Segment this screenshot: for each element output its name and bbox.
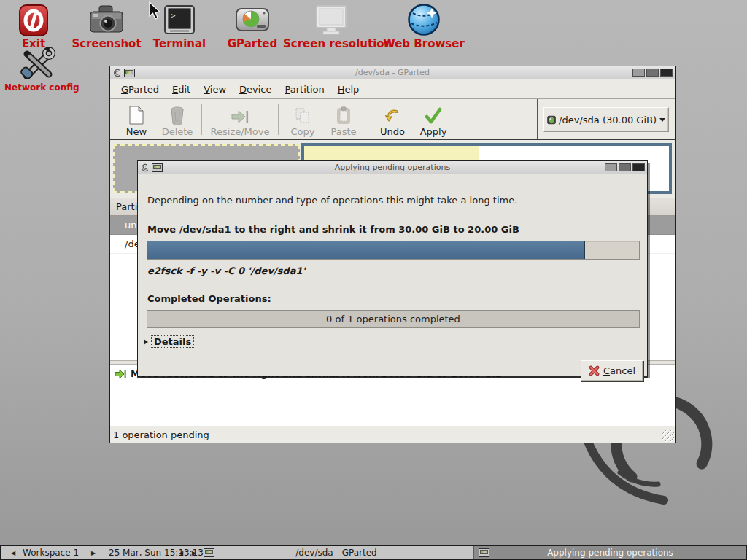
maximize-button[interactable] xyxy=(646,69,659,77)
dialog-body: Depending on the number and type of oper… xyxy=(138,174,647,376)
details-expander[interactable]: Details xyxy=(144,335,194,348)
copy-button: Copy xyxy=(282,102,323,137)
desktop-icon-network-config[interactable]: Network config xyxy=(4,45,69,93)
details-label: Details xyxy=(151,335,194,348)
drive-icon xyxy=(216,1,289,36)
new-button[interactable]: New xyxy=(116,102,157,137)
toolbar-separator xyxy=(278,104,279,135)
tools-icon xyxy=(4,45,69,82)
applying-operations-dialog: Applying pending operations Depending on… xyxy=(137,160,648,376)
current-operation-text: Move /dev/sda1 to the right and shrink i… xyxy=(147,224,519,235)
paste-icon xyxy=(336,106,351,125)
camera-icon xyxy=(70,1,143,36)
toolbar-divider xyxy=(537,99,538,139)
cancel-button[interactable]: Cancel xyxy=(581,360,643,381)
taskbar-item-applying-operations[interactable]: Applying pending operations xyxy=(473,546,746,559)
window-title: /dev/sda - GParted xyxy=(110,68,675,77)
window-prev-arrow[interactable]: ◀ xyxy=(179,546,183,559)
resize-move-icon xyxy=(231,106,249,125)
menubar: GParted Edit View Device Partition Help xyxy=(110,79,675,99)
command-text: e2fsck -f -y -v -C 0 '/dev/sda1' xyxy=(147,265,305,276)
desktop-icon-gparted[interactable]: GParted xyxy=(216,1,289,50)
workspace-label[interactable]: Workspace 1 xyxy=(23,546,79,559)
new-icon xyxy=(128,106,144,125)
minimize-button[interactable] xyxy=(632,69,645,77)
dialog-titlebar[interactable]: Applying pending operations xyxy=(138,161,647,174)
gparted-titlebar[interactable]: /dev/sda - GParted xyxy=(110,66,675,79)
clock: 25 Mar, Sun 15:13:13 xyxy=(109,546,204,559)
minimize-button[interactable] xyxy=(605,163,617,171)
completed-operations-label: Completed Operations: xyxy=(147,293,271,304)
menu-partition[interactable]: Partition xyxy=(279,81,331,98)
delete-icon xyxy=(170,106,185,125)
device-drive-icon xyxy=(547,114,556,126)
overall-progress-bar: 0 of 1 operations completed xyxy=(147,310,640,328)
taskbar-item-gparted[interactable]: /dev/sda - GParted xyxy=(199,546,473,559)
copy-icon xyxy=(294,106,311,125)
globe-icon xyxy=(381,1,467,36)
menu-gparted[interactable]: GParted xyxy=(115,81,166,98)
workspace-next-arrow[interactable]: ▶ xyxy=(91,546,96,559)
status-text: 1 operation pending xyxy=(113,429,209,440)
paste-button: Paste xyxy=(323,102,364,137)
close-button[interactable] xyxy=(660,69,673,77)
toolbar-separator xyxy=(368,104,368,135)
cancel-label: Cancel xyxy=(603,365,635,376)
apply-button[interactable]: Apply xyxy=(413,102,454,137)
delete-button: Delete xyxy=(157,102,198,137)
status-bar: 1 operation pending xyxy=(110,427,675,443)
window-next-arrow[interactable]: ▶ xyxy=(192,546,196,559)
menu-edit[interactable]: Edit xyxy=(166,81,197,98)
monitor-icon xyxy=(283,1,379,36)
device-selector[interactable]: /dev/sda (30.00 GiB) xyxy=(543,107,669,132)
close-button[interactable] xyxy=(632,163,645,171)
power-icon xyxy=(6,1,61,36)
dialog-title: Applying pending operations xyxy=(138,163,647,172)
operation-progress-fill xyxy=(147,241,585,259)
desktop-icon-screenshot[interactable]: Screenshot xyxy=(70,1,143,50)
resize-grip[interactable] xyxy=(662,430,674,442)
operation-progress-bar xyxy=(147,241,640,260)
desktop-icon-label: Web Browser xyxy=(381,37,467,50)
taskbar: ◀ Workspace 1 ▶ 25 Mar, Sun 15:13:13 ◀ ▶… xyxy=(0,545,747,560)
menu-help[interactable]: Help xyxy=(331,81,366,98)
cancel-x-icon xyxy=(589,365,600,376)
menu-device[interactable]: Device xyxy=(233,81,278,98)
maximize-button[interactable] xyxy=(619,163,631,171)
workspace-prev-arrow[interactable]: ◀ xyxy=(11,546,15,559)
dialog-description: Depending on the number and type of oper… xyxy=(147,195,517,206)
swirl-icon xyxy=(140,163,150,173)
device-selector-value: /dev/sda (30.00 GiB) xyxy=(559,114,657,125)
mouse-cursor xyxy=(149,1,162,20)
apply-icon xyxy=(424,106,443,125)
undo-button[interactable]: Undo xyxy=(372,102,413,137)
desktop-icon-label: Screen resolution xyxy=(283,37,379,50)
desktop: Exit Screenshot >_ Terminal xyxy=(0,0,747,560)
resize-move-button: Resize/Move xyxy=(206,102,274,137)
desktop-icon-web-browser[interactable]: Web Browser xyxy=(381,1,467,50)
desktop-icon-label: Terminal xyxy=(143,37,216,50)
window-icon xyxy=(124,69,135,77)
menu-view[interactable]: View xyxy=(197,81,233,98)
desktop-icon-label: Network config xyxy=(4,82,69,93)
desktop-icon-label: Screenshot xyxy=(70,37,143,50)
chevron-down-icon xyxy=(659,118,665,122)
desktop-icon-screen-resolution[interactable]: Screen resolution xyxy=(283,1,379,50)
pending-arrow-icon xyxy=(115,369,126,379)
toolbar: New Delete xyxy=(110,99,675,140)
desktop-icon-label: GParted xyxy=(216,37,289,50)
overall-progress-text: 0 of 1 operations completed xyxy=(326,314,460,324)
desktop-icon-exit[interactable]: Exit xyxy=(6,1,61,50)
expander-triangle-icon xyxy=(144,339,148,345)
undo-icon xyxy=(384,106,401,125)
svg-text:>_: >_ xyxy=(171,11,181,20)
window-icon xyxy=(152,163,163,172)
swirl-icon xyxy=(112,68,122,78)
toolbar-separator xyxy=(201,104,202,135)
